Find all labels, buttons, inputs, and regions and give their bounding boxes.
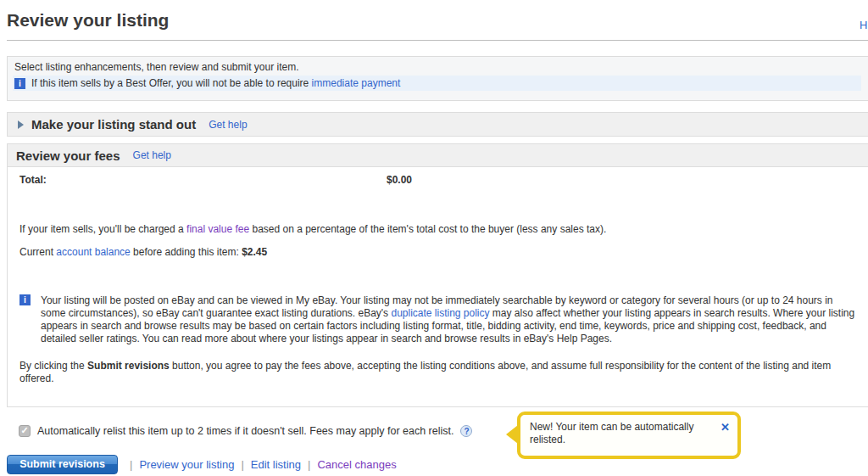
auto-relist-checkbox[interactable] (19, 425, 31, 437)
total-label: Total: (19, 174, 47, 186)
info-icon: i (19, 294, 31, 305)
review-listing-page: Review your listing H Select listing enh… (0, 0, 868, 476)
help-link[interactable]: H (860, 19, 867, 31)
best-offer-text: If this item sells by a Best Offer, you … (31, 77, 312, 89)
standout-section-header[interactable]: Make your listing stand out Get help (7, 112, 868, 137)
tooltip-close-icon[interactable]: ✕ (721, 421, 730, 434)
tooltip-arrow-icon (506, 425, 518, 444)
account-balance-paragraph: Current account balance before adding th… (19, 246, 850, 258)
fees-content-box: Total: $0.00 If your item sells, you'll … (7, 167, 868, 407)
auto-relist-tooltip: New! Your item can be automatically reli… (517, 412, 741, 459)
separator: | (308, 458, 310, 471)
relist-help-icon[interactable]: ? (460, 425, 472, 437)
final-value-fee-link[interactable]: final value fee (186, 223, 249, 235)
info-icon: i (14, 78, 25, 89)
balance-text-mid: before adding this item: (131, 246, 242, 258)
best-offer-notice: i If this item sells by a Best Offer, yo… (13, 76, 861, 91)
balance-amount: $2.45 (242, 246, 267, 258)
enhancements-instruction: Select listing enhancements, then review… (13, 61, 861, 73)
balance-text-before: Current (19, 246, 56, 258)
agreement-text-before: By clicking the (19, 360, 87, 372)
fees-get-help-link[interactable]: Get help (133, 149, 171, 161)
cancel-changes-link[interactable]: Cancel changes (317, 458, 396, 471)
edit-listing-link[interactable]: Edit listing (251, 458, 301, 471)
separator: | (241, 458, 243, 471)
listing-enhancements-box: Select listing enhancements, then review… (7, 56, 868, 101)
page-title: Review your listing (7, 10, 169, 31)
expand-arrow-icon[interactable] (18, 120, 24, 129)
auto-relist-row: Automatically relist this item up to 2 t… (19, 425, 472, 437)
fees-section-header: Review your fees Get help (7, 143, 868, 167)
separator: | (130, 458, 132, 471)
auto-relist-label: Automatically relist this item up to 2 t… (37, 425, 453, 437)
account-balance-link[interactable]: account balance (56, 246, 130, 258)
immediate-payment-link[interactable]: immediate payment (312, 77, 401, 89)
listing-visibility-notice: i Your listing will be posted on eBay an… (19, 294, 863, 345)
fees-section-title: Review your fees (16, 148, 120, 163)
best-offer-notice-text: If this item sells by a Best Offer, you … (31, 77, 400, 89)
standout-section-title: Make your listing stand out (31, 117, 196, 132)
total-value: $0.00 (387, 174, 412, 186)
duplicate-listing-policy-link[interactable]: duplicate listing policy (391, 307, 489, 319)
notice-text: Your listing will be posted on eBay and … (41, 294, 859, 345)
action-bar: Submit revisions | Preview your listing … (7, 455, 397, 474)
title-divider (7, 40, 868, 41)
final-value-fee-paragraph: If your item sells, you'll be charged a … (19, 223, 850, 235)
fvf-text-before: If your item sells, you'll be charged a (19, 223, 186, 235)
submit-revisions-button[interactable]: Submit revisions (7, 455, 118, 474)
standout-get-help-link[interactable]: Get help (209, 119, 247, 131)
agreement-paragraph: By clicking the Submit revisions button,… (19, 360, 854, 385)
preview-listing-link[interactable]: Preview your listing (139, 458, 234, 471)
fvf-text-after: based on a percentage of the item's tota… (249, 223, 606, 235)
tooltip-text: New! Your item can be automatically reli… (530, 421, 709, 446)
agreement-submit-revisions-bold: Submit revisions (87, 360, 170, 372)
